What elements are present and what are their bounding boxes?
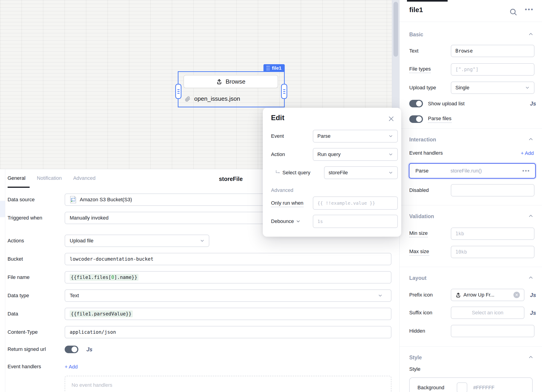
section-header-style[interactable]: Style bbox=[409, 354, 422, 361]
actions-value: Upload file bbox=[70, 238, 93, 244]
widget-name-tag[interactable]: file1 bbox=[263, 64, 285, 72]
file-types-input[interactable]: [".png"] bbox=[451, 63, 534, 76]
return-signed-url-toggle[interactable] bbox=[65, 346, 78, 353]
action-select[interactable]: Run query bbox=[313, 148, 398, 161]
only-run-when-placeholder: {{ !!example.value }} bbox=[317, 200, 375, 206]
data-value: {{file1.parsedValue}} bbox=[70, 311, 133, 317]
debounce-input[interactable]: 1s bbox=[313, 215, 398, 228]
file-types-label: File types bbox=[409, 66, 431, 72]
file-name-input[interactable]: {{file1.files[0].name}} bbox=[65, 271, 391, 284]
parse-files-toggle[interactable] bbox=[409, 115, 423, 123]
action-label: Action bbox=[271, 148, 285, 161]
bucket-value: lowcoder-documentation-bucket bbox=[70, 256, 154, 262]
data-input[interactable]: {{file1.parsedValue}} bbox=[65, 308, 391, 320]
canvas-scrollbar-thumb[interactable] bbox=[393, 2, 398, 57]
close-icon[interactable] bbox=[388, 115, 395, 123]
show-upload-list-label: Show upload list bbox=[428, 101, 465, 107]
disabled-input[interactable] bbox=[451, 184, 534, 196]
file-types-placeholder: [".png"] bbox=[455, 67, 478, 72]
actions-select[interactable]: Upload file bbox=[65, 235, 209, 247]
paperclip-icon bbox=[184, 96, 190, 102]
upload-type-label: Upload type bbox=[409, 81, 436, 94]
more-menu-icon[interactable]: ••• bbox=[525, 6, 534, 13]
chevron-up-icon[interactable] bbox=[528, 354, 534, 360]
divider bbox=[400, 128, 542, 129]
chevron-up-icon[interactable] bbox=[528, 274, 534, 280]
section-header-layout[interactable]: Layout bbox=[409, 275, 426, 281]
section-header-basic[interactable]: Basic bbox=[409, 32, 423, 38]
chevron-up-icon[interactable] bbox=[528, 213, 534, 219]
background-label: Background bbox=[417, 385, 457, 391]
min-size-input[interactable]: 1kb bbox=[451, 227, 534, 240]
js-toggle-icon[interactable]: Js bbox=[530, 101, 536, 107]
return-signed-url-label: Return signed url bbox=[8, 344, 46, 354]
suffix-icon-placeholder: Select an icon bbox=[472, 310, 503, 316]
handler-action: storeFile.run() bbox=[450, 168, 482, 174]
bucket-input[interactable]: lowcoder-documentation-bucket bbox=[65, 253, 391, 265]
no-event-handlers-box[interactable]: No event handlers bbox=[65, 376, 391, 392]
prefix-icon-picker[interactable]: Arrow Up Fr... ✕ bbox=[451, 289, 524, 301]
upload-type-select[interactable]: Single bbox=[451, 81, 534, 94]
text-input[interactable]: Browse bbox=[451, 45, 534, 57]
show-upload-list-toggle[interactable] bbox=[409, 100, 423, 107]
chevron-down-icon bbox=[388, 152, 393, 157]
background-color-swatch[interactable] bbox=[457, 382, 467, 392]
tab-notification[interactable]: Notification bbox=[37, 175, 62, 181]
max-size-input[interactable]: 10kb bbox=[451, 246, 534, 258]
actions-label: Actions bbox=[8, 235, 24, 247]
event-label: Event bbox=[271, 130, 284, 143]
add-event-handler-link[interactable]: + Add bbox=[65, 364, 78, 370]
divider bbox=[400, 205, 542, 205]
handler-menu-icon[interactable]: ••• bbox=[522, 168, 530, 174]
js-toggle-icon[interactable]: Js bbox=[530, 310, 536, 316]
select-query-select[interactable]: storeFile bbox=[324, 166, 398, 179]
modal-title: Edit bbox=[271, 114, 284, 122]
component-name-title: file1 bbox=[409, 6, 423, 14]
section-header-validation[interactable]: Validation bbox=[409, 213, 434, 220]
debounce-label-row[interactable]: Debounce bbox=[271, 215, 301, 228]
search-icon[interactable] bbox=[509, 8, 518, 16]
text-value: Browse bbox=[455, 48, 473, 54]
chevron-up-icon[interactable] bbox=[528, 31, 534, 37]
event-handlers-label: Event handlers bbox=[409, 149, 443, 157]
hidden-input[interactable] bbox=[451, 325, 534, 337]
prefix-icon-value: Arrow Up Fr... bbox=[463, 292, 494, 298]
tab-advanced[interactable]: Advanced bbox=[73, 175, 96, 181]
triggered-when-value: Manually invoked bbox=[70, 215, 108, 221]
parse-files-label: Parse files bbox=[428, 116, 451, 123]
chevron-up-icon[interactable] bbox=[528, 136, 534, 142]
suffix-icon-picker[interactable]: Select an icon bbox=[451, 306, 524, 319]
add-event-handler-link[interactable]: + Add bbox=[521, 150, 534, 156]
background-color-value: #FFFFFF bbox=[473, 385, 494, 391]
event-handler-item[interactable]: Parse storeFile.run() ••• bbox=[409, 163, 536, 179]
content-type-value: application/json bbox=[70, 329, 116, 335]
event-select[interactable]: Parse bbox=[313, 130, 398, 143]
section-header-interaction[interactable]: Interaction bbox=[409, 137, 436, 143]
file-upload-widget[interactable]: file1 Browse open_issues.json bbox=[178, 71, 285, 107]
file-name-value: {{file1.files[0].name}} bbox=[70, 274, 138, 281]
content-type-label: Content-Type bbox=[8, 326, 38, 338]
js-toggle-icon[interactable]: Js bbox=[86, 346, 92, 353]
query-title: storeFile bbox=[219, 176, 243, 182]
chevron-down-icon bbox=[296, 219, 301, 224]
select-query-label-row: Select query bbox=[275, 166, 310, 179]
browse-button[interactable]: Browse bbox=[184, 75, 278, 88]
debounce-placeholder: 1s bbox=[317, 219, 323, 224]
tab-general[interactable]: General bbox=[8, 175, 25, 181]
parse-files-row: Parse files bbox=[409, 115, 451, 123]
chevron-down-icon bbox=[388, 134, 393, 139]
resize-handle-left[interactable] bbox=[175, 84, 181, 99]
upload-type-value: Single bbox=[455, 85, 469, 91]
data-source-value: Amazon S3 Bucket(S3) bbox=[80, 197, 132, 203]
modal-advanced-header: Advanced bbox=[271, 187, 293, 193]
only-run-when-label: Only run when bbox=[271, 196, 304, 210]
chevron-down-icon bbox=[378, 293, 383, 298]
resize-handle-right[interactable] bbox=[281, 84, 287, 99]
content-type-input[interactable]: application/json bbox=[65, 326, 391, 338]
data-type-select[interactable]: Text bbox=[65, 290, 391, 302]
remove-icon-badge[interactable]: ✕ bbox=[513, 292, 520, 298]
s3-datasource-icon bbox=[70, 196, 76, 203]
chevron-down-icon bbox=[388, 170, 393, 175]
js-toggle-icon[interactable]: Js bbox=[530, 292, 536, 298]
only-run-when-input[interactable]: {{ !!example.value }} bbox=[313, 196, 398, 210]
